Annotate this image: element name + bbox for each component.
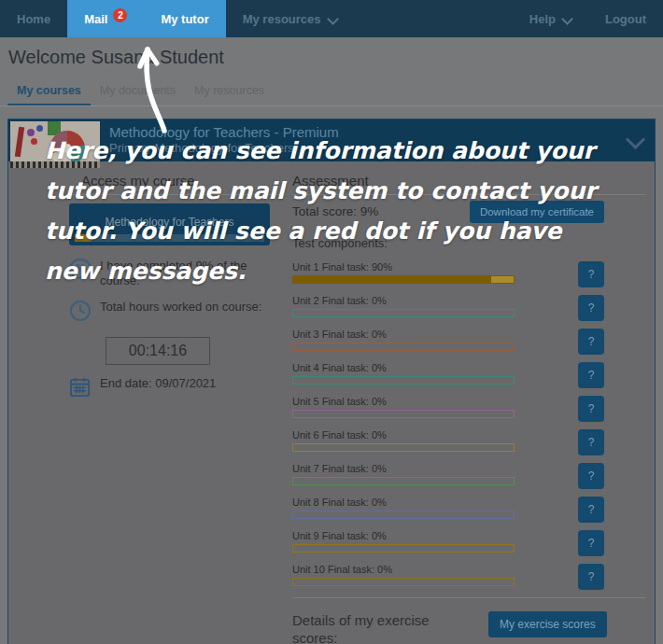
unit-progress-bar <box>292 410 515 418</box>
nav-spotlight: Mail 2 My tutor <box>67 0 226 37</box>
course-panel: Methodology for Teachers - Premium Prima… <box>7 119 656 644</box>
unit-task-label: Unit 3 Final task: 0% <box>292 329 571 341</box>
unit-task-row: Unit 10 Final task: 0% ? <box>292 564 645 586</box>
nav-right-group: Help Logout <box>513 0 663 37</box>
download-certificate-button[interactable]: Download my certificate <box>470 201 604 223</box>
mail-unread-badge: 2 <box>113 8 127 22</box>
end-date-row: End date: 09/07/2021 <box>69 376 284 401</box>
unit-task-row: Unit 5 Final task: 0% ? <box>292 396 645 418</box>
course-title: Methodology for Teachers - Premium <box>109 124 339 141</box>
unit-progress-bar <box>292 309 515 317</box>
completed-text: I have completed 9% of the course. <box>100 259 263 288</box>
section-divider <box>292 597 645 598</box>
unit-progress-fill <box>293 276 491 283</box>
unit-task-label: Unit 8 Final task: 0% <box>292 497 571 509</box>
course-thumbnail <box>10 121 100 168</box>
tab-my-resources[interactable]: My resources <box>185 78 274 106</box>
nav-mail-label: Mail <box>84 12 107 26</box>
tab-my-courses[interactable]: My courses <box>7 78 91 106</box>
unit-task-row: Unit 4 Final task: 0% ? <box>292 362 645 385</box>
unit-help-button[interactable]: ? <box>578 362 604 388</box>
section-divider <box>292 194 645 195</box>
course-progress-fill <box>75 234 92 242</box>
unit-task-label: Unit 4 Final task: 0% <box>292 362 571 374</box>
unit-task-label: Unit 5 Final task: 0% <box>292 396 571 408</box>
unit-progress-bar <box>292 443 515 452</box>
open-course-button[interactable]: Methodology for Teachers <box>69 203 270 245</box>
chevron-down-icon <box>563 13 571 21</box>
hours-value: 00:14:16 <box>106 337 210 365</box>
nav-my-resources-label: My resources <box>243 12 321 26</box>
unit-help-button[interactable]: ? <box>578 429 604 455</box>
unit-task-label: Unit 7 Final task: 0% <box>292 463 571 475</box>
unit-task-row: Unit 2 Final task: 0% ? <box>292 295 645 317</box>
unit-progress-bar <box>292 511 515 519</box>
unit-task-label: Unit 6 Final task: 0% <box>292 429 571 441</box>
nav-home[interactable]: Home <box>0 0 67 37</box>
nav-help[interactable]: Help <box>513 0 588 37</box>
unit-progress-bar <box>292 578 515 586</box>
assessment-heading: Assessment <box>292 173 645 189</box>
unit-help-button[interactable]: ? <box>578 530 604 556</box>
tab-bar: My courses My documents My resources <box>7 78 663 106</box>
completed-row: % I have completed 9% of the course. <box>69 259 284 288</box>
exercise-scores-row: Details of my exercise scores: My exerci… <box>292 611 645 644</box>
access-course-section: Access my course Methodology for Teacher… <box>69 173 284 401</box>
unit-progress-bar <box>292 544 515 553</box>
page-title: Welcome Susana Student <box>8 47 224 68</box>
unit-help-button[interactable]: ? <box>578 463 604 489</box>
course-subtitle: Primary Methodology for Teachers <box>109 141 339 156</box>
unit-task-label: Unit 1 Final task: 90% <box>292 261 571 273</box>
unit-progress-bar <box>292 343 515 351</box>
panel-collapse-chevron-icon[interactable] <box>627 133 643 146</box>
unit-task-row: Unit 7 Final task: 0% ? <box>292 463 645 485</box>
nav-help-label: Help <box>529 12 556 26</box>
unit-task-row: Unit 3 Final task: 0% ? <box>292 329 645 351</box>
unit-progress-bar <box>292 477 515 485</box>
open-course-button-label: Methodology for Teachers <box>73 216 266 229</box>
unit-help-button[interactable]: ? <box>578 295 604 321</box>
unit-task-row: Unit 6 Final task: 0% ? <box>292 429 645 452</box>
percent-icon: % <box>69 259 92 279</box>
chevron-down-icon <box>329 13 337 21</box>
unit-list: Unit 1 Final task: 90% ? Unit 2 Final ta… <box>292 261 645 586</box>
exercise-scores-label: Details of my exercise scores: <box>292 611 442 644</box>
unit-task-label: Unit 9 Final task: 0% <box>292 530 571 542</box>
unit-help-button[interactable]: ? <box>578 329 604 355</box>
calendar-icon <box>69 376 92 401</box>
clock-icon <box>69 300 92 326</box>
tab-my-documents[interactable]: My documents <box>91 78 185 106</box>
section-divider <box>69 194 284 195</box>
my-exercise-scores-button[interactable]: My exercise scores <box>488 611 607 637</box>
unit-task-row: Unit 1 Final task: 90% ? <box>292 261 645 284</box>
unit-task-row: Unit 9 Final task: 0% ? <box>292 530 645 553</box>
unit-task-row: Unit 8 Final task: 0% ? <box>292 497 645 519</box>
hours-row: Total hours worked on course: <box>69 300 284 326</box>
unit-help-button[interactable]: ? <box>578 497 604 523</box>
unit-task-label: Unit 10 Final task: 0% <box>292 564 571 576</box>
unit-progress-bar <box>292 376 515 385</box>
course-progress-track <box>75 234 264 242</box>
test-components-label: Test components: <box>292 236 645 250</box>
unit-help-button[interactable]: ? <box>578 261 604 287</box>
total-score-text: Total score: 9% <box>292 204 378 218</box>
course-panel-header[interactable]: Methodology for Teachers - Premium Prima… <box>8 119 655 161</box>
tabs-divider <box>0 105 663 106</box>
top-navbar: Home Mail 2 My tutor My resources Help L… <box>0 0 663 37</box>
hours-label: Total hours worked on course: <box>100 300 263 315</box>
nav-mail[interactable]: Mail 2 <box>67 0 144 37</box>
assessment-section: Assessment Total score: 9% Download my c… <box>292 173 645 644</box>
end-date-text: End date: 09/07/2021 <box>100 376 263 391</box>
unit-task-label: Unit 2 Final task: 0% <box>292 295 571 307</box>
unit-help-button[interactable]: ? <box>578 396 604 422</box>
course-panel-titles: Methodology for Teachers - Premium Prima… <box>109 124 339 156</box>
access-course-heading: Access my course <box>81 173 284 189</box>
unit-progress-bar <box>292 275 515 284</box>
nav-my-tutor[interactable]: My tutor <box>144 0 225 37</box>
nav-my-resources[interactable]: My resources <box>226 0 354 37</box>
unit-help-button[interactable]: ? <box>578 564 604 590</box>
nav-logout[interactable]: Logout <box>588 0 663 37</box>
total-score-row: Total score: 9% Download my certificate <box>292 199 645 229</box>
